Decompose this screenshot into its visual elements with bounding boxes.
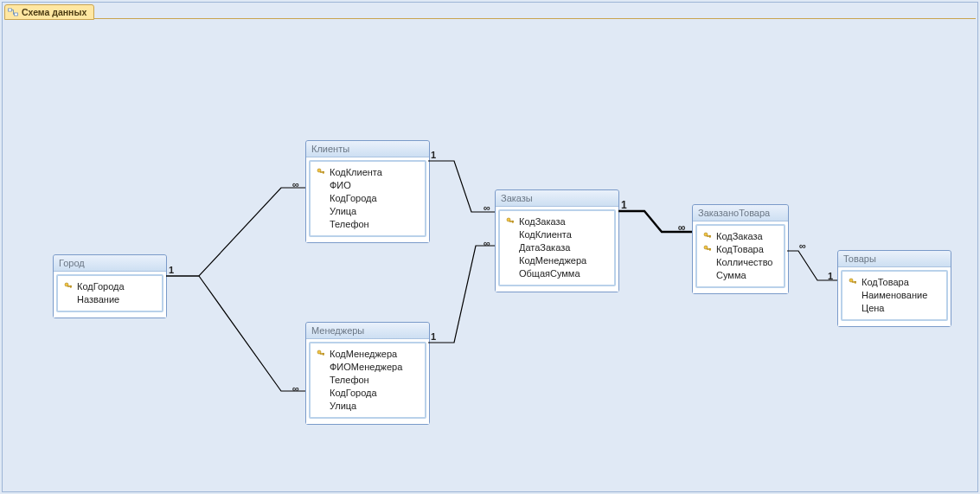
svg-rect-22 bbox=[855, 281, 856, 284]
svg-rect-19 bbox=[710, 248, 711, 251]
card-klienty-many: ∞ bbox=[292, 179, 299, 189]
table-title[interactable]: Товары bbox=[838, 251, 951, 267]
key-icon bbox=[316, 168, 326, 176]
field-row[interactable]: КодЗаказа bbox=[505, 215, 609, 228]
field-row[interactable]: КодКлиента bbox=[316, 165, 420, 178]
field-label: Сумма bbox=[716, 270, 746, 280]
field-row[interactable]: КодТовара bbox=[848, 275, 941, 288]
field-label: КодТовара bbox=[716, 244, 764, 254]
field-label: ФИО bbox=[330, 180, 351, 190]
field-row[interactable]: КодМенеджера bbox=[505, 253, 609, 266]
field-label: Улица bbox=[330, 206, 356, 216]
field-row[interactable]: КодКлиента bbox=[505, 228, 609, 241]
field-label: Название bbox=[77, 294, 119, 305]
field-label: КодГорода bbox=[330, 193, 377, 203]
field-label: Наименование bbox=[862, 290, 927, 300]
diagram-canvas[interactable]: 1 ∞ ∞ 1 1 ∞ ∞ 1 ∞ ∞ 1 Город КодГорода На… bbox=[4, 19, 976, 490]
card-tovary-one: 1 bbox=[828, 271, 833, 281]
svg-rect-16 bbox=[710, 235, 711, 238]
field-row[interactable]: КодЗаказа bbox=[702, 229, 778, 242]
card-gorod-one: 1 bbox=[169, 265, 174, 275]
tab-label: Схема данных bbox=[22, 7, 86, 17]
card-menedzhery-many: ∞ bbox=[292, 383, 299, 394]
field-label: ОбщаяСумма bbox=[519, 268, 580, 279]
field-row[interactable]: Улица bbox=[316, 204, 420, 217]
field-label: КодГорода bbox=[77, 281, 125, 292]
field-row[interactable]: Название bbox=[63, 292, 157, 305]
svg-rect-10 bbox=[323, 353, 324, 356]
field-row[interactable]: Наименование bbox=[848, 288, 941, 301]
table-title[interactable]: Город bbox=[54, 255, 166, 272]
table-zakazy[interactable]: Заказы КодЗаказа КодКлиента ДатаЗаказа К… bbox=[495, 189, 619, 292]
key-icon bbox=[702, 245, 713, 253]
field-row[interactable]: ФИО bbox=[316, 178, 420, 191]
field-row[interactable]: ОбщаяСумма bbox=[505, 266, 609, 279]
field-label: КодКлиента bbox=[330, 167, 382, 177]
table-gorod[interactable]: Город КодГорода Название bbox=[53, 254, 167, 318]
field-row[interactable]: Цена bbox=[848, 301, 941, 314]
field-row[interactable]: Сумма bbox=[702, 268, 778, 281]
card-zakazy-one: 1 bbox=[621, 199, 627, 211]
field-row[interactable]: КодГорода bbox=[316, 386, 420, 399]
card-zakazanotovara-many2: ∞ bbox=[799, 241, 806, 251]
table-tovary[interactable]: Товары КодТовара Наименование Цена bbox=[837, 250, 951, 327]
table-menedzhery[interactable]: Менеджеры КодМенеджера ФИОМенеджера Теле… bbox=[305, 322, 430, 425]
field-label: КодЗаказа bbox=[716, 231, 763, 241]
table-title[interactable]: Менеджеры bbox=[306, 323, 429, 339]
key-icon bbox=[63, 282, 74, 291]
field-label: КодГорода bbox=[330, 388, 377, 398]
field-label: ФИОМенеджера bbox=[330, 362, 402, 372]
field-label: КодМенеджера bbox=[519, 255, 586, 266]
table-zakazanotovara[interactable]: ЗаказаноТовара КодЗаказа КодТовара Колли… bbox=[692, 204, 789, 294]
field-row[interactable]: ФИОМенеджера bbox=[316, 360, 420, 373]
field-row[interactable]: ДатаЗаказа bbox=[505, 241, 609, 253]
table-title[interactable]: ЗаказаноТовара bbox=[693, 205, 788, 221]
app-frame: Схема данных 1 ∞ ∞ 1 1 ∞ ∞ 1 ∞ ∞ 1 bbox=[2, 2, 978, 492]
tab-schema[interactable]: Схема данных bbox=[4, 4, 94, 20]
field-label: КодКлиента bbox=[519, 229, 572, 240]
field-row[interactable]: Телефон bbox=[316, 217, 420, 230]
field-label: КодЗаказа bbox=[519, 216, 566, 227]
key-icon bbox=[505, 217, 516, 226]
field-row[interactable]: КодТовара bbox=[702, 242, 778, 255]
field-label: КодТовара bbox=[862, 277, 909, 287]
field-label: Цена bbox=[862, 303, 884, 313]
svg-rect-4 bbox=[71, 285, 72, 288]
card-zakazy-many-bot: ∞ bbox=[484, 238, 490, 248]
field-row[interactable]: Улица bbox=[316, 399, 420, 412]
field-label: Улица bbox=[330, 401, 356, 411]
relationships-icon bbox=[8, 7, 18, 17]
card-zakazy-many-top: ∞ bbox=[484, 202, 490, 213]
field-label: Колличество bbox=[716, 257, 773, 267]
key-icon bbox=[316, 350, 326, 358]
field-row[interactable]: КодГорода bbox=[63, 279, 157, 292]
svg-rect-0 bbox=[9, 9, 12, 11]
field-label: КодМенеджера bbox=[330, 349, 397, 359]
key-icon bbox=[702, 232, 713, 241]
tab-strip bbox=[4, 18, 976, 19]
key-icon bbox=[848, 278, 858, 286]
card-klienty-one: 1 bbox=[431, 150, 436, 160]
field-row[interactable]: КодГорода bbox=[316, 191, 420, 204]
field-label: Телефон bbox=[330, 219, 369, 229]
table-title[interactable]: Заказы bbox=[496, 190, 618, 207]
card-menedzhery-one: 1 bbox=[431, 331, 436, 342]
field-row[interactable]: КодМенеджера bbox=[316, 347, 420, 360]
card-zakazanotovara-many: ∞ bbox=[678, 221, 686, 234]
field-row[interactable]: Телефон bbox=[316, 373, 420, 386]
field-row[interactable]: Колличество bbox=[702, 255, 778, 268]
table-title[interactable]: Клиенты bbox=[306, 141, 429, 157]
field-label: Телефон bbox=[330, 375, 369, 385]
table-klienty[interactable]: Клиенты КодКлиента ФИО КодГорода Улица Т… bbox=[305, 140, 430, 243]
svg-rect-13 bbox=[513, 221, 514, 223]
svg-rect-7 bbox=[323, 171, 324, 174]
field-label: ДатаЗаказа bbox=[519, 242, 570, 253]
svg-rect-1 bbox=[15, 13, 18, 16]
